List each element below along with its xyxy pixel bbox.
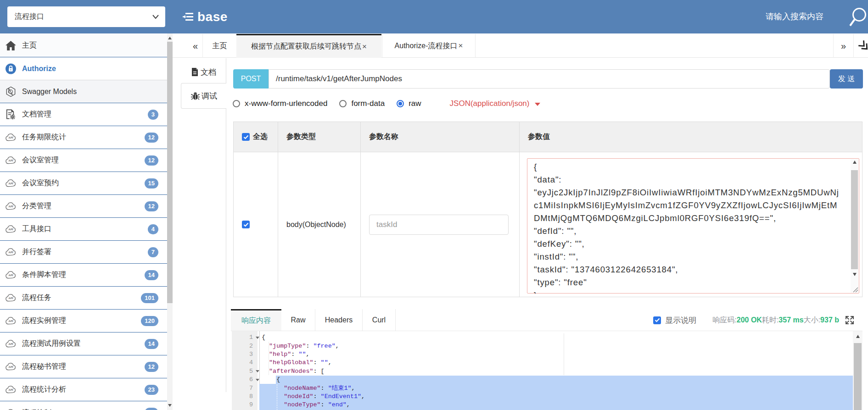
api-icon: API [6,155,16,166]
body-type-radio-x-www-form-urlencoded[interactable]: x-www-form-urlencoded [233,99,327,108]
sidebar-item-流程绘制[interactable]: API流程绘制12 [0,401,167,410]
tabs-scroll-left-button[interactable]: « [188,34,203,58]
radio-circle-icon[interactable] [339,100,347,107]
param-name-cell [361,152,520,297]
editor-scrollbar[interactable] [853,331,862,410]
sidebar-item-流程实例管理[interactable]: API流程实例管理120 [0,310,167,332]
scroll-down-arrow-icon[interactable] [167,402,173,409]
sidebar-item-Swagger Models[interactable]: Swagger Models [0,80,167,103]
knife4j-api-debug-page: 流程接口 base 主页AuthorizeSwagger Models文档管理3… [0,0,868,410]
scroll-down-arrow-icon[interactable] [851,273,858,276]
api-group-select[interactable]: 流程接口 [7,6,165,27]
code-text: "jumpType": "free", [262,343,853,349]
textarea-resize-grip[interactable] [851,285,858,293]
tabs-menu-chevrons-icon[interactable] [857,39,868,54]
line-number: 2 [231,343,253,349]
code-line-8: 8 "nodeId": "EndEvent1", [231,392,853,400]
sidebar-item-Authorize[interactable]: Authorize [0,57,167,80]
response-tab-content[interactable]: 响应内容 [231,309,281,331]
document-icon [190,67,199,77]
response-tab-raw[interactable]: Raw [281,309,315,331]
response-code-editor[interactable]: 1{2 "jumpType": "free",3 "help": "",4 "h… [231,331,862,410]
line-number: 7 [231,385,253,392]
api-count-badge: 12 [145,201,158,211]
search-icon[interactable] [848,5,868,28]
sidebar-item-label: 流程实例管理 [22,316,66,326]
radio-label: form-data [351,99,385,108]
sidebar-item-条件脚本管理[interactable]: API条件脚本管理14 [0,264,167,287]
tab-home[interactable]: 主页 [203,34,236,58]
textarea-scrollbar[interactable] [851,159,858,293]
radio-circle-icon[interactable] [233,100,240,107]
tab-close-icon[interactable]: × [458,41,463,50]
code-line-5: 5 "afterNodes": [ [231,367,853,375]
param-select-cell [234,152,278,297]
sidebar-item-label: 流程绘制 [22,408,51,410]
svg-text:API: API [8,136,13,139]
tab-get-after-jump-nodes[interactable]: 根据节点配置获取后续可跳转节点× [236,34,381,58]
sidebar-item-流程任务[interactable]: API流程任务101 [0,287,167,310]
tabs-scroll-right-button[interactable]: » [833,34,853,58]
sidebar-item-并行签署[interactable]: API并行签署7 [0,241,167,264]
subtab-document[interactable]: 文档 [181,61,226,83]
body-type-radio-raw[interactable]: raw [397,99,421,108]
textarea-scrollbar-thumb[interactable] [851,170,858,269]
body-type-radio-form-data[interactable]: form-data [339,99,385,108]
response-tab-curl[interactable]: Curl [363,309,396,331]
fullscreen-expand-icon[interactable] [845,315,855,325]
sidebar-scrollbar[interactable] [167,33,173,410]
api-icon: API [6,408,16,410]
fold-arrow-icon[interactable] [253,336,262,339]
send-button[interactable]: 发 送 [830,69,863,89]
param-value-text: { "data": "eyJjc2JkIjp7InJlZl9pZF8iOiIwI… [528,159,843,294]
models-icon [6,86,16,97]
fold-arrow-icon[interactable] [253,378,262,381]
api-count-badge: 101 [141,293,158,303]
api-icon: API [6,293,16,303]
param-value-textarea[interactable]: { "data": "eyJjc2JkIjp7InJlZl9pZF8iOiIwI… [527,158,859,294]
sidebar-item-任务期限统计[interactable]: API任务期限统计12 [0,126,167,149]
response-meta-value: 937 b [820,316,839,324]
line-number: 6 [231,376,253,383]
scroll-up-arrow-icon[interactable] [851,161,858,164]
editor-scrollbar-thumb[interactable] [854,343,862,410]
api-icon: API [6,224,16,234]
sidebar-item-主页[interactable]: 主页 [0,34,167,57]
code-text: "nodeName": "结束1", [262,384,853,392]
tab-authorize-group[interactable]: Authorize-流程接口× [382,34,476,58]
caret-down-icon [535,103,540,106]
subtab-debug[interactable]: 调试 [181,83,226,109]
sidebar-item-会议室管理[interactable]: API会议室管理12 [0,149,167,172]
show-description-checkbox[interactable] [653,316,661,324]
sidebar-item-工具接口[interactable]: API工具接口4 [0,218,167,241]
sidebar-item-分类管理[interactable]: API分类管理12 [0,195,167,218]
sidebar-item-label: 任务期限统计 [22,133,66,142]
sidebar-item-流程统计分析[interactable]: API流程统计分析23 [0,378,167,401]
request-url-input[interactable] [269,69,830,89]
radio-label: raw [409,99,421,108]
lock-icon [6,63,16,74]
http-method-badge: POST [233,69,269,89]
tab-close-icon[interactable]: × [362,42,367,51]
api-count-badge: 14 [145,270,158,280]
api-icon: API [6,270,16,280]
code-line-4: 4 "helpGlobal": "", [231,359,853,367]
sidebar-item-流程测试用例设置[interactable]: API流程测试用例设置14 [0,332,167,355]
search-input[interactable] [766,12,834,22]
sidebar-item-流程秘书管理[interactable]: API流程秘书管理12 [0,355,167,378]
param-name-input[interactable] [369,215,509,235]
content-type-dropdown[interactable]: JSON(application/json) [450,99,541,108]
sidebar-item-会议室预约[interactable]: API会议室预约15 [0,172,167,195]
select-all-checkbox[interactable] [242,133,250,141]
api-count-badge: 14 [145,339,158,349]
sidebar: 主页AuthorizeSwagger Models文档管理3API任务期限统计1… [0,33,173,410]
radio-circle-icon[interactable] [397,100,404,107]
sidebar-scrollbar-thumb[interactable] [167,42,173,303]
scroll-up-arrow-icon[interactable] [167,34,173,42]
doc-gear-icon [6,109,16,120]
fold-arrow-icon[interactable] [253,370,262,372]
scroll-up-arrow-icon[interactable] [853,335,862,338]
sidebar-item-文档管理[interactable]: 文档管理3 [0,103,167,126]
response-tab-headers[interactable]: Headers [315,309,363,331]
param-row-checkbox[interactable] [242,221,250,228]
